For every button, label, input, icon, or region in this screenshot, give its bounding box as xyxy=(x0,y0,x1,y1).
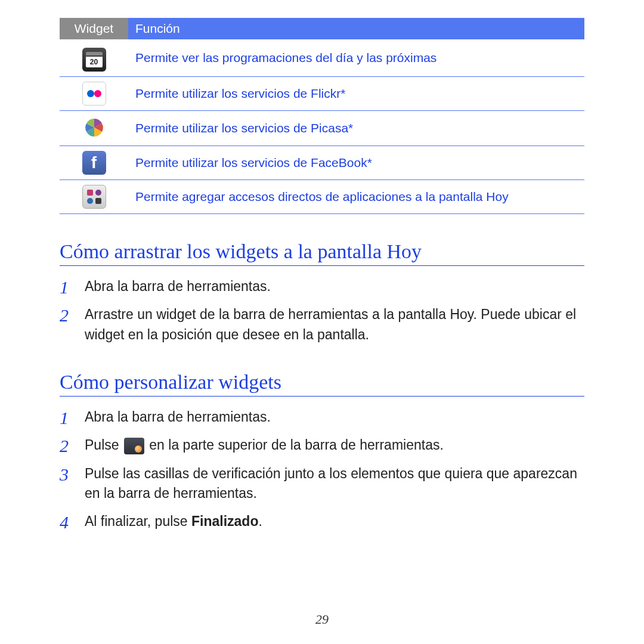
section-heading-customize: Cómo personalizar widgets xyxy=(60,371,584,397)
step-text: . xyxy=(258,513,262,529)
document-page: Widget Función 20 Permite ver las progra… xyxy=(0,0,644,532)
widget-desc: Permite ver las programaciones del día y… xyxy=(128,39,584,77)
widget-icon-cell xyxy=(60,77,128,111)
svg-point-5 xyxy=(87,198,93,204)
svg-point-0 xyxy=(87,90,94,97)
step-text: en la parte superior de la barra de herr… xyxy=(149,437,444,453)
steps-customize: Abra la barra de herramientas. Pulse en … xyxy=(60,407,584,532)
table-row: f Permite utilizar los servicios de Face… xyxy=(60,146,584,180)
widget-icon-cell xyxy=(60,180,128,214)
step-text: Pulse xyxy=(85,437,123,453)
settings-gear-icon xyxy=(124,438,144,454)
page-number: 29 xyxy=(0,612,644,627)
widget-icon-cell xyxy=(60,111,128,146)
picasa-icon xyxy=(82,116,106,140)
finalizado-label: Finalizado xyxy=(191,513,258,529)
widget-desc: Permite utilizar los servicios de Picasa… xyxy=(128,111,584,146)
step: Abra la barra de herramientas. xyxy=(60,277,584,296)
widget-icon-cell: 20 xyxy=(60,39,128,77)
step: Al finalizar, pulse Finalizado. xyxy=(60,512,584,531)
table-row: 20 Permite ver las programaciones del dí… xyxy=(60,39,584,77)
step: Abra la barra de herramientas. xyxy=(60,407,584,427)
svg-point-1 xyxy=(94,90,101,97)
facebook-icon: f xyxy=(82,151,106,175)
step-text: Al finalizar, pulse xyxy=(85,513,191,529)
widget-table: Widget Función 20 Permite ver las progra… xyxy=(60,18,584,214)
calendar-icon: 20 xyxy=(82,48,106,72)
widget-desc: Permite agregar accesos directos de apli… xyxy=(128,180,584,214)
svg-rect-6 xyxy=(95,198,101,204)
steps-drag: Abra la barra de herramientas. Arrastre … xyxy=(60,277,584,345)
widget-desc: Permite utilizar los servicios de Flickr… xyxy=(128,77,584,111)
flickr-icon xyxy=(82,82,106,106)
widget-desc: Permite utilizar los servicios de FaceBo… xyxy=(128,146,584,180)
svg-rect-3 xyxy=(87,190,93,196)
widget-icon-cell: f xyxy=(60,146,128,180)
step: Pulse en la parte superior de la barra d… xyxy=(60,435,584,455)
th-funcion: Función xyxy=(128,18,584,39)
th-widget: Widget xyxy=(60,18,128,39)
table-row: Permite utilizar los servicios de Flickr… xyxy=(60,77,584,111)
step: Arrastre un widget de la barra de herram… xyxy=(60,305,584,345)
svg-point-4 xyxy=(95,190,101,196)
step: Pulse las casillas de verificación junto… xyxy=(60,464,584,504)
section-heading-drag: Cómo arrastrar los widgets a la pantalla… xyxy=(60,240,584,266)
table-row: Permite utilizar los servicios de Picasa… xyxy=(60,111,584,146)
table-row: Permite agregar accesos directos de apli… xyxy=(60,180,584,214)
shortcuts-icon xyxy=(82,185,106,209)
